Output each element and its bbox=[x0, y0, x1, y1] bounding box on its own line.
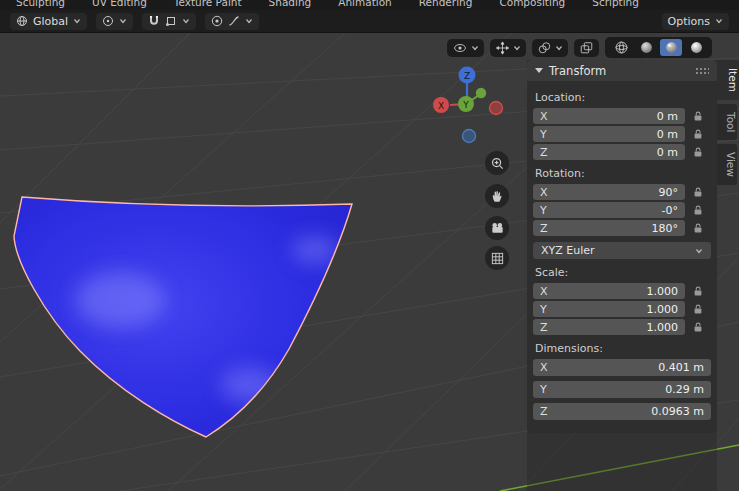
field-value: 0.0963 m bbox=[651, 405, 704, 418]
axis-label: Y bbox=[540, 204, 547, 217]
chevron-down-icon bbox=[715, 18, 723, 24]
gizmo-x-negative-dot[interactable] bbox=[490, 102, 503, 115]
sidebar-tab-item[interactable]: Item bbox=[717, 60, 739, 100]
lock-icon[interactable] bbox=[685, 322, 711, 333]
workspace-tab-rendering[interactable]: Rendering bbox=[419, 0, 473, 8]
dimensions-y-field[interactable]: Y 0.29 m bbox=[533, 381, 711, 398]
chevron-down-icon bbox=[471, 45, 479, 51]
panel-title: Transform bbox=[549, 64, 606, 78]
shading-rendered-button[interactable] bbox=[685, 39, 707, 56]
workspace-tab-compositing[interactable]: Compositing bbox=[499, 0, 565, 8]
scale-z-field[interactable]: Z 1.000 bbox=[533, 319, 685, 335]
magnet-icon[interactable] bbox=[148, 15, 160, 27]
field-value: 1.000 bbox=[647, 303, 679, 316]
snap-target-icon[interactable] bbox=[165, 15, 177, 27]
workspace-tab-sculpting[interactable]: Sculpting bbox=[16, 0, 65, 8]
lock-icon[interactable] bbox=[685, 111, 711, 122]
proportional-edit-icon[interactable] bbox=[211, 15, 223, 27]
scale-z-row: Z 1.000 bbox=[533, 319, 711, 335]
xray-toggle[interactable] bbox=[574, 39, 599, 57]
scale-y-field[interactable]: Y 1.000 bbox=[533, 301, 685, 317]
shading-wireframe-button[interactable] bbox=[610, 39, 632, 56]
workspace-tab-uv-editing[interactable]: UV Editing bbox=[92, 0, 147, 8]
field-value: 0 m bbox=[657, 128, 678, 141]
rotation-mode-dropdown[interactable]: XYZ Euler bbox=[533, 242, 711, 259]
sidebar-tab-view[interactable]: View bbox=[717, 144, 737, 185]
dimensions-label: Dimensions: bbox=[535, 342, 709, 355]
axis-label: Y bbox=[540, 303, 547, 316]
magnifier-plus-icon bbox=[490, 156, 505, 171]
show-gizmo-dropdown[interactable] bbox=[490, 39, 526, 57]
dimensions-z-field[interactable]: Z 0.0963 m bbox=[533, 403, 711, 420]
rotation-label: Rotation: bbox=[535, 167, 709, 180]
lock-icon[interactable] bbox=[685, 304, 711, 315]
lock-icon[interactable] bbox=[685, 223, 711, 234]
sidebar-region: Transform Location: X 0 m Y 0 m bbox=[527, 60, 717, 491]
rotation-x-field[interactable]: X 90° bbox=[533, 184, 685, 200]
shading-solid-button[interactable] bbox=[635, 39, 657, 56]
chevron-down-icon[interactable] bbox=[245, 18, 253, 24]
dimensions-x-row: X 0.401 m bbox=[533, 359, 711, 376]
gizmo-icon bbox=[495, 41, 510, 55]
field-value: 0 m bbox=[657, 110, 678, 123]
proportional-editing-controls bbox=[205, 13, 259, 30]
location-y-field[interactable]: Y 0 m bbox=[533, 126, 685, 142]
workspace-tab-shading[interactable]: Shading bbox=[269, 0, 312, 8]
gizmo-y-negative-dot[interactable] bbox=[476, 88, 486, 98]
shading-material-button[interactable] bbox=[660, 39, 682, 56]
gizmo-z-negative-dot[interactable] bbox=[463, 130, 476, 143]
axis-label: X bbox=[540, 285, 548, 298]
location-label: Location: bbox=[535, 91, 709, 104]
sidebar-tab-tool[interactable]: Tool bbox=[717, 104, 737, 140]
location-x-field[interactable]: X 0 m bbox=[533, 108, 685, 124]
chevron-down-icon[interactable] bbox=[182, 18, 190, 24]
rotation-z-field[interactable]: Z 180° bbox=[533, 220, 685, 236]
lock-icon[interactable] bbox=[685, 187, 711, 198]
lock-icon[interactable] bbox=[685, 129, 711, 140]
transform-orientation-dropdown[interactable]: Global bbox=[10, 13, 87, 30]
orthographic-toggle-button[interactable] bbox=[485, 246, 509, 270]
field-value: 1.000 bbox=[647, 321, 679, 334]
sidebar-tabstrip: Item Tool View bbox=[717, 60, 739, 491]
options-dropdown[interactable]: Options bbox=[662, 13, 729, 30]
workspace-tab-texture-paint[interactable]: Texture Paint bbox=[174, 0, 242, 8]
falloff-curve-icon[interactable] bbox=[228, 15, 240, 27]
gizmo-x-label: X bbox=[438, 101, 444, 111]
rotation-y-field[interactable]: Y -0° bbox=[533, 202, 685, 218]
scale-label: Scale: bbox=[535, 266, 709, 279]
axis-label: Z bbox=[540, 405, 548, 418]
object-visibility-dropdown[interactable] bbox=[447, 39, 484, 57]
transform-panel-header[interactable]: Transform bbox=[527, 60, 717, 81]
lock-icon[interactable] bbox=[685, 205, 711, 216]
wireframe-sphere-icon bbox=[614, 40, 629, 55]
camera-view-button[interactable] bbox=[485, 216, 509, 240]
solid-sphere-icon bbox=[639, 40, 654, 55]
show-overlays-dropdown[interactable] bbox=[532, 39, 568, 57]
gizmo-z-label: Z bbox=[464, 71, 470, 81]
shading-mode-group bbox=[605, 37, 712, 58]
transform-panel-body: Location: X 0 m Y 0 m bbox=[527, 81, 717, 420]
scale-y-row: Y 1.000 bbox=[533, 301, 711, 317]
pan-button[interactable] bbox=[485, 184, 509, 208]
rotation-y-row: Y -0° bbox=[533, 202, 711, 218]
viewport-header-controls bbox=[447, 37, 712, 58]
rotation-z-row: Z 180° bbox=[533, 220, 711, 236]
axis-label: X bbox=[540, 110, 548, 123]
scale-x-row: X 1.000 bbox=[533, 283, 711, 299]
field-value: 180° bbox=[652, 222, 679, 235]
zoom-button[interactable] bbox=[485, 151, 509, 175]
axis-label: Y bbox=[540, 383, 547, 396]
axis-label: Z bbox=[540, 321, 548, 334]
lock-icon[interactable] bbox=[685, 286, 711, 297]
eye-icon bbox=[452, 41, 468, 55]
navigation-gizmo[interactable]: Z X Y bbox=[425, 62, 515, 152]
panel-grip-icon[interactable] bbox=[695, 67, 709, 75]
location-z-field[interactable]: Z 0 m bbox=[533, 144, 685, 160]
workspace-tab-scripting[interactable]: Scripting bbox=[592, 0, 639, 8]
scale-x-field[interactable]: X 1.000 bbox=[533, 283, 685, 299]
dimensions-z-row: Z 0.0963 m bbox=[533, 403, 711, 420]
lock-icon[interactable] bbox=[685, 147, 711, 158]
workspace-tab-animation[interactable]: Animation bbox=[338, 0, 392, 8]
dimensions-x-field[interactable]: X 0.401 m bbox=[533, 359, 711, 376]
pivot-point-dropdown[interactable] bbox=[96, 13, 133, 30]
